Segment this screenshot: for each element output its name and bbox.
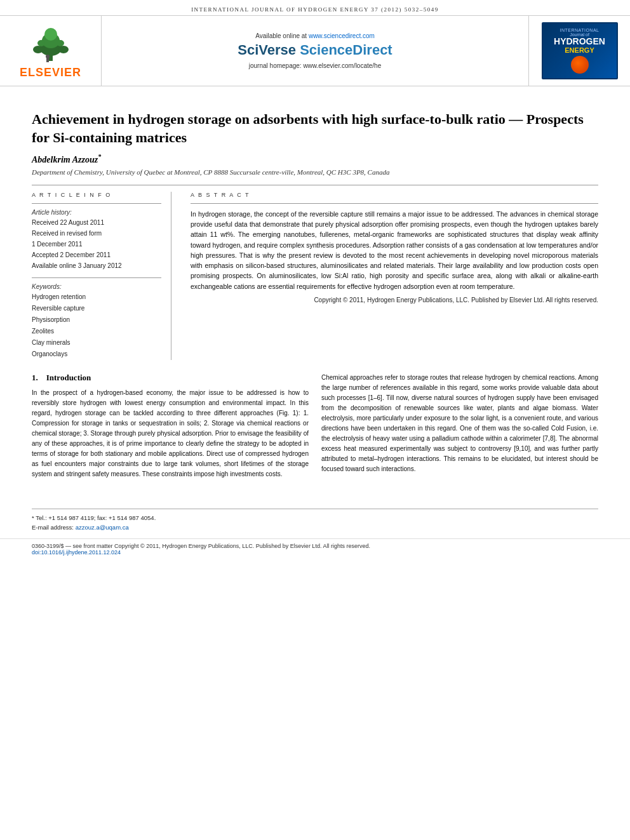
section-number: 1.: [32, 373, 38, 382]
abstract-label: A B S T R A C T: [191, 192, 598, 198]
author-sup: *: [98, 153, 101, 160]
svg-point-4: [33, 46, 43, 53]
left-col: 1. Introduction In the prospect of a hyd…: [32, 373, 309, 483]
badge-energy: ENERGY: [565, 46, 594, 54]
abstract-text: In hydrogen storage, the concept of the …: [191, 209, 598, 291]
received-1: Received 22 August 2011: [32, 217, 161, 228]
svg-rect-8: [46, 58, 49, 62]
center-header: Available online at www.sciencedirect.co…: [102, 16, 528, 86]
footnote-email-line: E-mail address: azzouz.a@uqam.ca: [32, 523, 598, 532]
journal-title-bar: INTERNATIONAL JOURNAL OF HYDROGEN ENERGY…: [0, 4, 630, 15]
badge-intl: INTERNATIONAL: [560, 28, 600, 32]
intro-left-para: In the prospect of a hydrogen-based econ…: [32, 388, 309, 479]
abstract-col: A B S T R A C T In hydrogen storage, the…: [191, 192, 598, 360]
available-online-date: Available online 3 January 2012: [32, 260, 161, 271]
keywords-label: Keywords:: [32, 283, 161, 290]
sciverse-sd: ScienceDirect: [300, 42, 392, 58]
footnote-email-label: E-mail address:: [32, 524, 76, 531]
affiliation: Department of Chemistry, University of Q…: [32, 168, 598, 176]
svg-point-7: [57, 40, 64, 46]
accepted: Accepted 2 December 2011: [32, 250, 161, 260]
hydrogen-energy-badge: INTERNATIONAL Journal of HYDROGEN ENERGY: [542, 22, 618, 79]
divider-after-affiliation: [32, 185, 598, 185]
section-title: Introduction: [46, 373, 91, 382]
divider-abstract: [191, 203, 598, 204]
svg-point-5: [58, 46, 69, 53]
sciverse-sci: SciVerse: [238, 42, 300, 58]
svg-point-6: [37, 40, 45, 46]
keyword-1: Hydrogen retention: [32, 291, 161, 303]
footnote-email-link[interactable]: azzouz.a@uqam.ca: [76, 524, 129, 531]
footer-bar: 0360-3199/$ — see front matter Copyright…: [0, 538, 630, 559]
history-label: Article history:: [32, 209, 161, 216]
keyword-3: Physisorption: [32, 314, 161, 326]
paper-title: Achievement in hydrogen storage on adsor…: [32, 110, 598, 147]
divider-keywords: [32, 277, 161, 278]
paper-body: Achievement in hydrogen storage on adsor…: [0, 86, 630, 496]
journal-header: INTERNATIONAL JOURNAL OF HYDROGEN ENERGY…: [0, 0, 630, 86]
revised-date: 1 December 2011: [32, 239, 161, 250]
footnote-tel: * Tel.: +1 514 987 4119; fax: +1 514 987…: [32, 513, 598, 523]
article-info-col: A R T I C L E I N F O Article history: R…: [32, 192, 171, 360]
header-content: ELSEVIER Available online at www.science…: [0, 15, 630, 86]
intro-right-para: Chemical approaches refer to storage rou…: [321, 373, 598, 474]
footer-issn: 0360-3199/$ — see front matter Copyright…: [32, 543, 598, 549]
history-items: Received 22 August 2011 Received in revi…: [32, 217, 161, 271]
footer-doi: doi:10.1016/j.ijhydene.2011.12.024: [32, 549, 121, 556]
introduction-heading: 1. Introduction: [32, 373, 309, 383]
author-name: Abdelkrim Azzouz*: [32, 153, 598, 165]
sciverse-logo: SciVerse ScienceDirect: [238, 42, 392, 58]
right-logo-box: INTERNATIONAL Journal of HYDROGEN ENERGY: [528, 16, 630, 86]
keyword-2: Reversible capture: [32, 303, 161, 314]
elsevier-label: ELSEVIER: [20, 66, 81, 79]
main-content: 1. Introduction In the prospect of a hyd…: [32, 373, 598, 483]
right-col: Chemical approaches refer to storage rou…: [321, 373, 598, 483]
sciencedirect-link[interactable]: www.sciencedirect.com: [309, 32, 375, 39]
keyword-4: Zeolites: [32, 326, 161, 337]
keyword-6: Organoclays: [32, 349, 161, 360]
available-online-text: Available online at www.sciencedirect.co…: [255, 32, 375, 39]
badge-hydrogen: HYDROGEN: [554, 37, 605, 46]
received-revised: Received in revised form: [32, 228, 161, 239]
divider-article-info: [32, 203, 161, 204]
keyword-5: Clay minerals: [32, 337, 161, 349]
svg-point-9: [46, 55, 50, 58]
footer-notes: * Tel.: +1 514 987 4119; fax: +1 514 987…: [32, 509, 598, 532]
badge-circle-icon: [571, 56, 589, 74]
keywords-list: Hydrogen retention Reversible capture Ph…: [32, 291, 161, 360]
svg-point-3: [44, 28, 57, 41]
copyright-text: Copyright © 2011, Hydrogen Energy Public…: [191, 297, 598, 303]
article-info-label: A R T I C L E I N F O: [32, 192, 161, 198]
journal-homepage: journal homepage: www.elsevier.com/locat…: [249, 62, 381, 69]
elsevier-logo-box: ELSEVIER: [0, 16, 102, 86]
two-column-info: A R T I C L E I N F O Article history: R…: [32, 192, 598, 360]
author-name-text: Abdelkrim Azzouz: [32, 155, 98, 164]
elsevier-tree-icon: [22, 23, 79, 64]
page: INTERNATIONAL JOURNAL OF HYDROGEN ENERGY…: [0, 0, 630, 840]
